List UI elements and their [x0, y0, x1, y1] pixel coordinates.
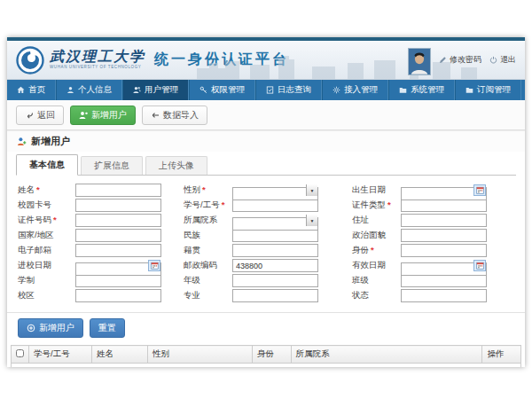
field-grade-input[interactable]: [232, 274, 318, 287]
field-status-input[interactable]: [401, 289, 487, 302]
tab-upload-avatar[interactable]: 上传头像: [145, 156, 207, 175]
users-icon: [133, 86, 141, 94]
form-field-id-type: 证件类型*: [352, 199, 525, 212]
required-asterisk: *: [36, 184, 40, 194]
form-actions: 新增用户 重置: [7, 312, 525, 343]
field-student-id-input[interactable]: [232, 199, 318, 212]
table-header-row: 学号/工号姓名性别身份所属院系操作: [12, 346, 521, 364]
field-label: 学号/工号*: [184, 200, 232, 211]
field-campus-card-input[interactable]: [75, 199, 161, 212]
table-col-label: 学号/工号: [34, 348, 70, 358]
field-address-input[interactable]: [401, 214, 487, 227]
new-user-section-icon: [17, 137, 27, 146]
field-label: 电子邮箱: [18, 245, 75, 256]
nav-item-label: 用户管理: [145, 84, 178, 96]
field-birth-date-datepicker: [401, 184, 487, 197]
field-label-text: 证件类型: [352, 200, 386, 209]
field-email-input[interactable]: [75, 244, 161, 257]
nav-item-permission-mgmt[interactable]: 权限管理: [189, 80, 255, 100]
section-title: 新增用户: [31, 135, 70, 148]
form-field-postal-code: 邮政编码: [184, 259, 352, 272]
university-logo-icon: [16, 46, 44, 74]
form-field-ethnicity: 民族: [184, 229, 352, 242]
field-native-place-input[interactable]: [232, 244, 318, 257]
add-user-toolbar-label: 新增用户: [91, 109, 127, 121]
nav-item-log-query[interactable]: 日志查询: [255, 80, 322, 100]
nav-item-home[interactable]: 首页: [7, 80, 56, 100]
field-id-type-input[interactable]: [401, 199, 487, 212]
nav-item-subscription-mgmt[interactable]: 订阅管理: [455, 80, 521, 100]
field-study-length-input[interactable]: [75, 274, 161, 287]
nav-item-access-mgmt[interactable]: 接入管理: [322, 80, 388, 100]
tab-label: 基本信息: [29, 160, 65, 169]
logout-link[interactable]: 退出: [489, 54, 516, 66]
back-button[interactable]: 返回: [16, 106, 64, 125]
required-asterisk: *: [371, 245, 374, 254]
back-arrow-icon: [25, 111, 34, 120]
field-campus-input[interactable]: [75, 289, 161, 302]
field-postal-code-input[interactable]: [232, 259, 318, 272]
change-password-label: 修改密码: [450, 54, 481, 66]
form-field-class: 班级: [352, 274, 525, 287]
field-label: 所属院系: [184, 215, 232, 226]
field-major-input[interactable]: [232, 289, 318, 302]
field-label-text: 住址: [352, 215, 369, 224]
section-header: 新增用户: [7, 130, 525, 152]
power-icon: [489, 56, 497, 64]
calendar-icon[interactable]: [473, 184, 486, 196]
add-user-submit-button[interactable]: 新增用户: [18, 318, 83, 338]
gear-icon: [332, 86, 340, 94]
reset-button[interactable]: 重置: [90, 318, 125, 338]
calendar-icon[interactable]: [473, 260, 486, 271]
change-password-link[interactable]: 修改密码: [439, 54, 481, 66]
main-nav: 首页个人信息用户管理权限管理日志查询接入管理系统管理订阅管理: [7, 80, 525, 100]
data-import-button[interactable]: 数据导入: [142, 106, 207, 125]
form-field-valid-date: 有效日期: [352, 259, 525, 272]
user-avatar[interactable]: [408, 48, 431, 75]
field-label-text: 校园卡号: [18, 200, 51, 209]
dropdown-arrow-icon[interactable]: ▼: [306, 215, 317, 226]
select-all-checkbox[interactable]: [16, 349, 24, 357]
nav-item-system-mgmt[interactable]: 系统管理: [388, 80, 455, 100]
field-label-text: 进校日期: [18, 260, 51, 270]
field-label-text: 姓名: [18, 184, 35, 194]
field-label: 证件号码*: [18, 215, 75, 226]
nav-item-profile[interactable]: 个人信息: [56, 80, 122, 100]
field-label-text: 电子邮箱: [18, 245, 51, 254]
back-button-label: 返回: [37, 109, 55, 121]
field-ethnicity-input[interactable]: [232, 229, 318, 242]
log-icon: [266, 86, 274, 94]
tab-basic-info[interactable]: 基本信息: [16, 154, 78, 176]
import-arrow-icon: [151, 111, 160, 120]
calendar-icon[interactable]: [148, 260, 160, 271]
add-user-toolbar-button[interactable]: 新增用户: [70, 106, 136, 125]
field-label-text: 学制: [18, 275, 35, 285]
field-id-number-input[interactable]: [75, 214, 161, 227]
user-icon: [66, 86, 74, 94]
field-class-input[interactable]: [401, 274, 487, 287]
field-political-status-input[interactable]: [401, 229, 487, 242]
form-field-grade: 年级: [184, 274, 352, 287]
tab-label: 上传头像: [159, 160, 194, 170]
university-name-cn: 武汉理工大学: [50, 50, 145, 64]
new-user-form: 姓名*性别*▼出生日期校园卡号学号/工号*证件类型*证件号码*所属院系▼住址国家…: [7, 176, 525, 308]
required-asterisk: *: [222, 200, 225, 209]
nav-item-user-mgmt[interactable]: 用户管理: [122, 80, 189, 100]
plus-circle-icon: [27, 324, 35, 332]
field-label-text: 身份: [352, 245, 369, 254]
university-name-block: 武汉理工大学 WUHAN UNIVERSITY OF TECHNOLOGY: [50, 50, 145, 70]
field-label: 证件类型*: [352, 200, 401, 211]
form-row: 电子邮箱籍贯身份*: [18, 243, 525, 258]
form-field-email: 电子邮箱: [18, 244, 184, 257]
field-country-region-input[interactable]: [75, 229, 161, 242]
tab-extended-info[interactable]: 扩展信息: [81, 156, 143, 175]
dropdown-arrow-icon[interactable]: ▼: [306, 184, 317, 196]
nav-item-label: 个人信息: [78, 84, 112, 96]
field-name-input[interactable]: [75, 184, 161, 197]
tab-bar: 基本信息扩展信息上传头像: [16, 155, 516, 176]
reset-button-label: 重置: [98, 322, 116, 334]
nav-item-label: 日志查询: [278, 84, 311, 96]
field-identity-input[interactable]: [401, 244, 487, 257]
field-label: 状态: [352, 290, 401, 301]
app-header: 武汉理工大学 WUHAN UNIVERSITY OF TECHNOLOGY 统一…: [7, 41, 525, 80]
